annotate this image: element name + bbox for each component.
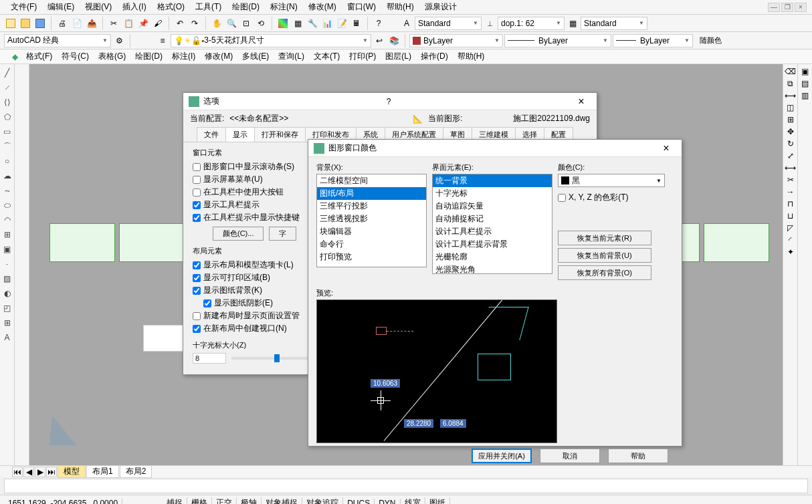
restore-context-button[interactable]: 恢复当前背景(U) <box>558 248 651 263</box>
status-dyn[interactable]: DYN <box>375 499 400 505</box>
tab-model[interactable]: 模型 <box>58 465 86 478</box>
status-snap[interactable]: 捕捉 <box>163 497 187 504</box>
zoom-prev-icon[interactable]: ⟲ <box>254 17 268 30</box>
context-item-3dpar[interactable]: 三维平行投影 <box>317 200 426 213</box>
pm-text[interactable]: 文本(T) <box>310 49 344 64</box>
cancel-button[interactable]: 取消 <box>540 449 600 463</box>
textstyle-icon[interactable]: A <box>400 17 413 30</box>
help-icon[interactable]: ? <box>372 17 385 30</box>
menu-edit[interactable]: 编辑(E) <box>42 0 80 14</box>
nav-prev-icon[interactable]: ◀ <box>23 467 34 477</box>
arc-icon[interactable]: ⌒ <box>1 140 13 152</box>
copy-icon[interactable]: 📋 <box>122 17 135 30</box>
pm-layer[interactable]: 图层(L) <box>381 49 415 64</box>
line-icon[interactable]: ╱ <box>1 67 13 79</box>
dimstyle-combo[interactable]: dop.1: 62▼ <box>498 17 565 30</box>
context-item-preview[interactable]: 打印预览 <box>317 251 426 263</box>
tab-files[interactable]: 文件 <box>197 127 226 142</box>
undo-icon[interactable]: ↶ <box>173 17 187 30</box>
paste-icon[interactable]: 📌 <box>136 17 150 30</box>
status-ducs[interactable]: DUCS <box>343 499 375 505</box>
menu-window[interactable]: 窗口(W) <box>342 0 381 14</box>
tab-open[interactable]: 打开和保存 <box>254 127 306 142</box>
stretch-icon[interactable]: ⟷ <box>785 163 796 172</box>
rect-icon[interactable]: ▭ <box>1 126 13 138</box>
context-item-2dmodel[interactable]: 二维模型空间 <box>317 174 426 187</box>
status-otrack[interactable]: 对象追踪 <box>302 497 343 504</box>
menu-file[interactable]: 文件(F) <box>5 0 42 14</box>
help-icon[interactable]: ? <box>387 97 391 106</box>
redo-icon[interactable]: ↷ <box>188 17 201 30</box>
publish-icon[interactable]: 📤 <box>85 17 98 30</box>
dimstyle-icon[interactable]: ⟂ <box>483 17 496 30</box>
nav-last-icon[interactable]: ⏭ <box>46 467 57 477</box>
extend-icon[interactable]: → <box>787 187 795 197</box>
window-close-icon[interactable]: × <box>795 3 807 12</box>
menu-format[interactable]: 格式(O) <box>152 0 190 14</box>
cursor-size-input[interactable] <box>193 353 226 364</box>
print-icon[interactable]: 🖨 <box>56 17 69 30</box>
hatch-icon[interactable]: ▨ <box>1 273 13 285</box>
mirror-icon[interactable]: ⟷ <box>785 91 796 100</box>
polygon-icon[interactable]: ⬠ <box>1 111 13 123</box>
pm-mline[interactable]: 多线(E) <box>238 49 273 64</box>
ssm-icon[interactable]: 📊 <box>320 17 334 30</box>
array-icon[interactable]: ⊞ <box>787 115 794 124</box>
insert-icon[interactable]: ⊞ <box>1 229 13 241</box>
element-item-bg[interactable]: 统一背景 <box>433 174 552 187</box>
tablestyle-combo[interactable]: Standard▼ <box>581 17 647 30</box>
cut-icon[interactable]: ✂ <box>107 17 120 30</box>
pm-format[interactable]: 格式(F) <box>22 49 56 64</box>
layer-state-icon[interactable]: 📚 <box>387 34 401 47</box>
status-ortho[interactable]: 正交 <box>212 497 237 504</box>
xline-icon[interactable]: ⟋ <box>1 82 13 94</box>
join-icon[interactable]: ⊔ <box>787 211 793 221</box>
status-lwt[interactable]: 线宽 <box>401 497 425 504</box>
mtext-icon[interactable]: A <box>1 332 13 344</box>
element-list[interactable]: 统一背景 十字光标 自动追踪矢量 自动捕捉标记 设计工具栏提示 设计工具栏提示背… <box>432 174 552 274</box>
move-icon[interactable]: ✥ <box>787 127 794 136</box>
tab-display[interactable]: 显示 <box>225 127 255 142</box>
chamfer-icon[interactable]: ◸ <box>787 223 793 233</box>
fonts-button[interactable]: 字 <box>269 227 296 241</box>
menu-dimension[interactable]: 标注(N) <box>265 0 303 14</box>
table-icon[interactable]: ⊞ <box>1 317 13 329</box>
workspace-combo[interactable]: AutoCAD 经典▼ <box>4 34 111 47</box>
command-line[interactable] <box>4 479 808 493</box>
element-item-lhotspot[interactable]: 光源聚光角 <box>433 263 552 274</box>
element-item-raster[interactable]: 光栅轮廓 <box>433 251 552 263</box>
color-combo[interactable]: 黑▼ <box>558 174 665 187</box>
nav-next-icon[interactable]: ▶ <box>35 467 45 477</box>
rotate-icon[interactable]: ↻ <box>787 139 794 148</box>
tools-icon[interactable]: 🔧 <box>306 17 319 30</box>
context-item-block[interactable]: 块编辑器 <box>317 225 426 238</box>
thumb-1[interactable] <box>49 223 115 262</box>
apply-close-button[interactable]: 应用并关闭(A) <box>472 449 532 463</box>
match-icon[interactable]: 🖌 <box>151 17 165 30</box>
status-paper[interactable]: 图纸 <box>425 497 450 504</box>
element-item-dtip[interactable]: 设计工具栏提示 <box>433 225 552 238</box>
pm-action[interactable]: 操作(D) <box>417 49 452 64</box>
window-min-icon[interactable]: — <box>768 3 780 12</box>
menu-insert[interactable]: 插入(I) <box>117 0 151 14</box>
pm-draw[interactable]: 绘图(D) <box>131 49 167 64</box>
help-button[interactable]: 帮助 <box>608 449 668 463</box>
erase-icon[interactable]: ⌫ <box>785 67 796 76</box>
trim-icon[interactable]: ✂ <box>787 175 794 184</box>
menu-draw[interactable]: 绘图(D) <box>227 0 265 14</box>
ellipse-icon[interactable]: ⬭ <box>1 199 13 211</box>
menu-modify[interactable]: 修改(M) <box>303 0 342 14</box>
element-item-track[interactable]: 自动追踪矢量 <box>433 200 552 213</box>
plot-preview-icon[interactable]: 📄 <box>70 17 84 30</box>
ellipsearc-icon[interactable]: ◠ <box>1 214 13 226</box>
layer-prev-icon[interactable]: ↩ <box>373 34 386 47</box>
options-close-icon[interactable]: × <box>571 96 591 108</box>
element-item-snap[interactable]: 自动捕捉标记 <box>433 213 552 225</box>
open-icon[interactable] <box>19 17 32 30</box>
markup-icon[interactable]: 📝 <box>335 17 348 30</box>
zoom-icon[interactable]: 🔍 <box>225 17 238 30</box>
status-grid[interactable]: 栅格 <box>187 497 212 504</box>
ws-settings-icon[interactable]: ⚙ <box>112 34 126 47</box>
color-combo[interactable]: ByLayer▼ <box>409 34 503 47</box>
restore-element-button[interactable]: 恢复当前元素(R) <box>558 231 651 245</box>
